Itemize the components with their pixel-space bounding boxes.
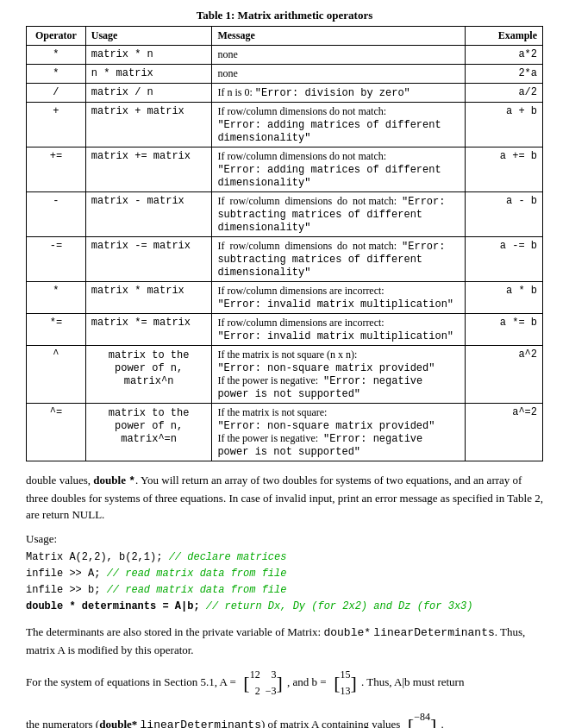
code-line-1: Matrix A(2,2), b(2,1); // declare matric… [26, 549, 543, 566]
table-row: += matrix += matrix If row/column dimens… [27, 147, 543, 192]
paragraph-2: The determinants are also stored in the … [26, 624, 543, 658]
code-line-4: double * determinants = A|b; // return D… [26, 599, 543, 615]
bold-double: double [93, 474, 126, 486]
bold-star: * [128, 474, 135, 486]
table-row: / matrix / n If n is 0: "Error: division… [27, 84, 543, 103]
paragraph-4: the numerators (double* linearDeterminan… [26, 709, 543, 728]
col-header-operator: Operator [27, 27, 86, 46]
code-line-2: infile >> A; // read matrix data from fi… [26, 566, 543, 582]
bold-double-linear: double* [99, 718, 137, 728]
usage-label: Usage: [26, 532, 543, 546]
col-header-message: Message [212, 27, 465, 46]
table-row: *= matrix *= matrix If row/column dimens… [27, 314, 543, 346]
col-header-example: Example [465, 27, 542, 46]
table-row: ^= matrix to the power of n,matrix^=n If… [27, 404, 543, 461]
paragraph-3: For the system of equations in Section 5… [26, 667, 543, 700]
code-block: Matrix A(2,2), b(2,1); // declare matric… [26, 549, 543, 616]
matrix-A: [ 123 2−3 ] [243, 667, 282, 700]
table-title: Table 1: Matrix arithmetic operators [26, 9, 543, 22]
table-row: ^ matrix to the power of n,matrix^n If t… [27, 346, 543, 404]
table-row: * matrix * n none a*2 [27, 46, 543, 65]
table-row: * n * matrix none 2*a [27, 65, 543, 84]
table-row: -= matrix -= matrix If row/column dimens… [27, 237, 543, 282]
table-row: - matrix - matrix If row/column dimensio… [27, 192, 543, 237]
matrix-result: [ −84 126 ] [408, 709, 436, 728]
table-row: + matrix + matrix If row/column dimensio… [27, 103, 543, 147]
col-header-usage: Usage [85, 27, 212, 46]
table-row: * matrix * matrix If row/column dimensio… [27, 282, 543, 314]
code-line-3: infile >> b; // read matrix data from fi… [26, 582, 543, 599]
paragraph-1: double values, double *. You will return… [26, 472, 543, 524]
matrix-b: [ 15 13 ] [334, 667, 357, 700]
operators-table: Operator Usage Message Example * matrix … [26, 26, 543, 461]
